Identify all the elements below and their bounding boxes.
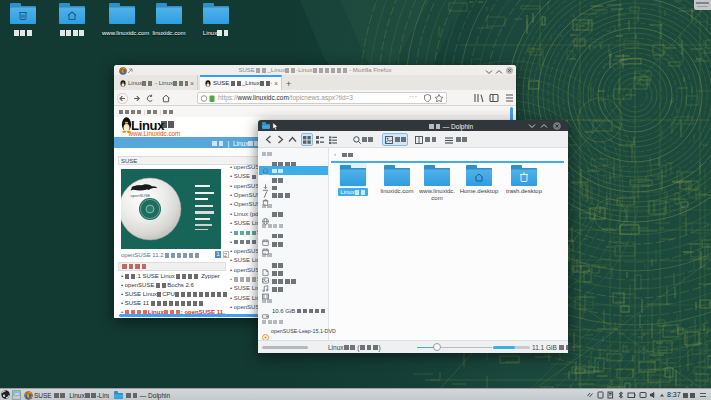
svg-text:openSUSE: openSUSE [131, 193, 151, 198]
